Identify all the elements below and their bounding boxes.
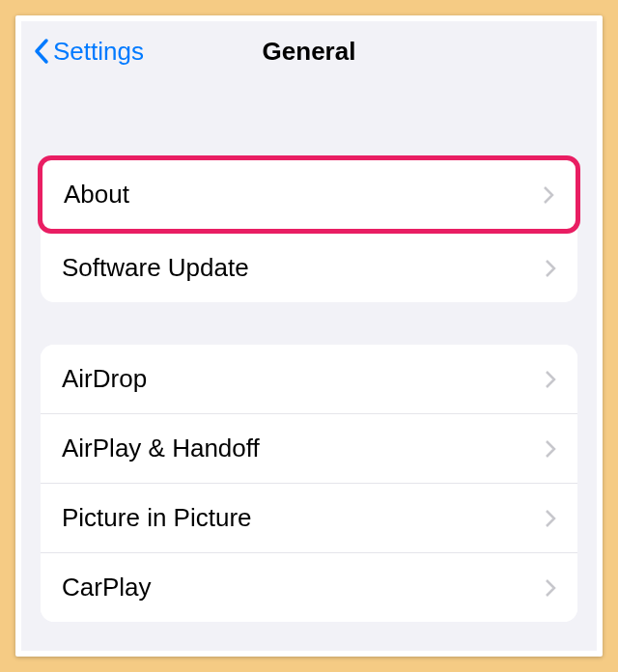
back-button[interactable]: Settings	[33, 37, 144, 67]
navigation-bar: Settings General	[21, 21, 597, 81]
chevron-right-icon	[545, 259, 556, 278]
row-label: AirDrop	[62, 364, 147, 394]
row-label: CarPlay	[62, 573, 151, 602]
content-area: About Software Update AirDrop	[21, 155, 597, 622]
row-label: Picture in Picture	[62, 503, 252, 533]
row-about[interactable]: About	[38, 155, 580, 234]
settings-group-1: About Software Update	[41, 155, 577, 302]
chevron-left-icon	[33, 38, 49, 65]
chevron-right-icon	[545, 578, 556, 598]
back-label: Settings	[53, 37, 144, 67]
settings-group-2: AirDrop AirPlay & Handoff Picture in Pic…	[41, 345, 577, 622]
row-picture-in-picture[interactable]: Picture in Picture	[41, 484, 577, 553]
chevron-right-icon	[543, 185, 554, 205]
row-label: About	[64, 180, 129, 210]
row-label: AirPlay & Handoff	[62, 434, 260, 463]
row-airdrop[interactable]: AirDrop	[41, 345, 577, 414]
row-airplay-handoff[interactable]: AirPlay & Handoff	[41, 414, 577, 484]
screenshot-frame: Settings General About Software Update	[15, 15, 603, 657]
chevron-right-icon	[545, 509, 556, 528]
settings-screen: Settings General About Software Update	[21, 21, 597, 651]
row-software-update[interactable]: Software Update	[41, 234, 577, 302]
chevron-right-icon	[545, 370, 556, 389]
row-carplay[interactable]: CarPlay	[41, 553, 577, 622]
chevron-right-icon	[545, 439, 556, 459]
row-label: Software Update	[62, 253, 249, 283]
